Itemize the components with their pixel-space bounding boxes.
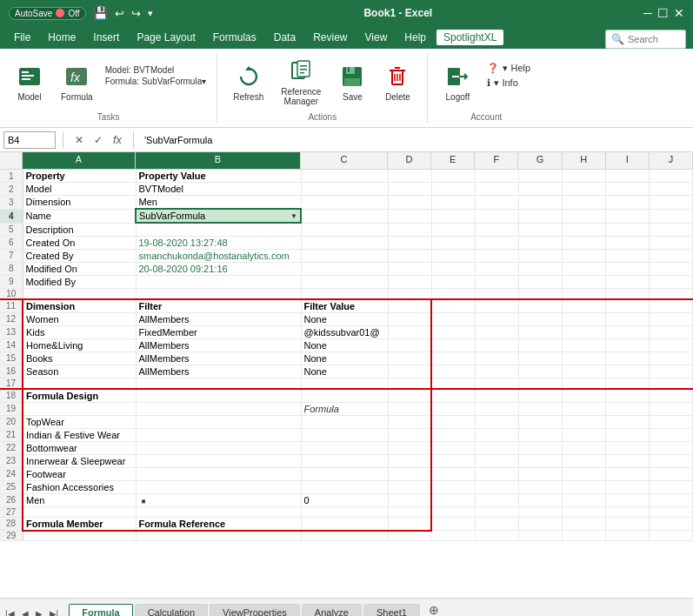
cell-h26[interactable]: [562, 493, 605, 506]
cell-h8[interactable]: [562, 262, 605, 275]
cell-i11[interactable]: [605, 299, 649, 313]
cell-a7[interactable]: Created By: [23, 249, 136, 262]
cell-e21[interactable]: [431, 428, 475, 441]
cell-b3[interactable]: Men: [136, 196, 301, 210]
cell-i3[interactable]: [605, 196, 649, 210]
cell-j17[interactable]: [649, 378, 692, 389]
cell-i18[interactable]: [605, 389, 649, 403]
cell-h7[interactable]: [562, 249, 605, 262]
cell-c19[interactable]: Formula: [301, 402, 388, 415]
cell-f17[interactable]: [475, 378, 518, 389]
cell-f25[interactable]: [475, 480, 518, 493]
cell-e22[interactable]: [431, 441, 475, 454]
cell-g14[interactable]: [518, 338, 562, 352]
info-button[interactable]: ℹ ▾ Info: [483, 77, 534, 90]
cell-a20[interactable]: TopWear: [23, 415, 136, 428]
cell-g13[interactable]: [518, 325, 562, 338]
cell-b15[interactable]: AllMembers: [136, 352, 301, 365]
cell-i13[interactable]: [605, 325, 649, 338]
cell-h2[interactable]: [562, 183, 605, 196]
cell-f7[interactable]: [475, 249, 518, 262]
cell-d16[interactable]: [388, 365, 431, 378]
cell-f20[interactable]: [475, 415, 518, 428]
cell-g10[interactable]: [518, 288, 562, 299]
cell-g23[interactable]: [518, 454, 562, 467]
cell-e27[interactable]: [431, 506, 475, 517]
col-header-e[interactable]: E: [431, 152, 475, 169]
cell-h18[interactable]: [562, 389, 605, 403]
tab-calculation[interactable]: Calculation: [135, 604, 208, 616]
tab-nav-next[interactable]: ▶: [34, 607, 44, 616]
cell-f1[interactable]: [475, 170, 518, 183]
cell-c23[interactable]: [301, 454, 388, 467]
cell-a8[interactable]: Modified On: [23, 262, 136, 275]
cell-e5[interactable]: [431, 223, 475, 236]
cell-f6[interactable]: [475, 236, 518, 249]
cell-i17[interactable]: [605, 378, 649, 389]
cell-b19[interactable]: [136, 402, 301, 415]
cell-j16[interactable]: [649, 365, 692, 378]
cell-d20[interactable]: [388, 415, 431, 428]
cell-g7[interactable]: [518, 249, 562, 262]
col-header-j[interactable]: J: [650, 152, 693, 169]
autosave-toggle[interactable]: AutoSave Off: [9, 7, 86, 20]
cell-a16[interactable]: Season: [23, 365, 136, 378]
cell-i21[interactable]: [605, 428, 649, 441]
cell-i1[interactable]: [605, 170, 649, 183]
cell-c20[interactable]: [301, 415, 388, 428]
cell-f29[interactable]: [475, 531, 518, 541]
cell-b27[interactable]: [136, 506, 301, 517]
col-header-b[interactable]: B: [136, 152, 301, 169]
cell-d29[interactable]: [388, 531, 431, 541]
cell-h29[interactable]: [562, 531, 605, 541]
cell-a27[interactable]: [23, 506, 136, 517]
cell-j15[interactable]: [649, 352, 692, 365]
cell-j29[interactable]: [649, 531, 692, 541]
cell-a2[interactable]: Model: [23, 183, 136, 196]
cell-d10[interactable]: [388, 288, 431, 299]
cell-h13[interactable]: [562, 325, 605, 338]
cell-c25[interactable]: [301, 480, 388, 493]
cell-d5[interactable]: [388, 223, 431, 236]
cell-j20[interactable]: [649, 415, 692, 428]
cell-d23[interactable]: [388, 454, 431, 467]
menu-formulas[interactable]: Formulas: [206, 30, 263, 45]
cell-f8[interactable]: [475, 262, 518, 275]
cell-a18[interactable]: Formula Design: [23, 389, 136, 403]
cell-f19[interactable]: [475, 402, 518, 415]
cell-j21[interactable]: [649, 428, 692, 441]
cell-c7[interactable]: [301, 249, 388, 262]
cell-a15[interactable]: Books: [23, 352, 136, 365]
cell-g1[interactable]: [518, 170, 562, 183]
tab-analyze[interactable]: Analyze: [302, 604, 362, 616]
cell-b21[interactable]: [136, 428, 301, 441]
cell-j28[interactable]: [649, 517, 692, 531]
cell-c2[interactable]: [301, 183, 388, 196]
cell-f9[interactable]: [475, 275, 518, 288]
cell-i23[interactable]: [605, 454, 649, 467]
cell-b12[interactable]: AllMembers: [136, 312, 301, 325]
cell-h21[interactable]: [562, 428, 605, 441]
customize-icon[interactable]: ▾: [148, 8, 153, 19]
cell-h19[interactable]: [562, 402, 605, 415]
cell-b24[interactable]: [136, 467, 301, 480]
col-header-g[interactable]: G: [518, 152, 562, 169]
menu-help[interactable]: Help: [397, 30, 433, 45]
logoff-button[interactable]: Logoff: [438, 61, 476, 104]
cell-f18[interactable]: [475, 389, 518, 403]
cell-d24[interactable]: [388, 467, 431, 480]
dropdown-arrow[interactable]: ▼: [290, 212, 297, 220]
cell-j18[interactable]: [649, 389, 692, 403]
cell-e7[interactable]: [431, 249, 475, 262]
tab-nav-prev[interactable]: ◀: [20, 607, 30, 616]
cell-d1[interactable]: [388, 170, 431, 183]
cell-h22[interactable]: [562, 441, 605, 454]
cell-g5[interactable]: [518, 223, 562, 236]
cell-j3[interactable]: [649, 196, 692, 210]
cell-e24[interactable]: [431, 467, 475, 480]
cell-i19[interactable]: [605, 402, 649, 415]
cell-h23[interactable]: [562, 454, 605, 467]
cell-g17[interactable]: [518, 378, 562, 389]
cell-e18[interactable]: [431, 389, 475, 403]
model-button[interactable]: Model: [10, 61, 49, 104]
